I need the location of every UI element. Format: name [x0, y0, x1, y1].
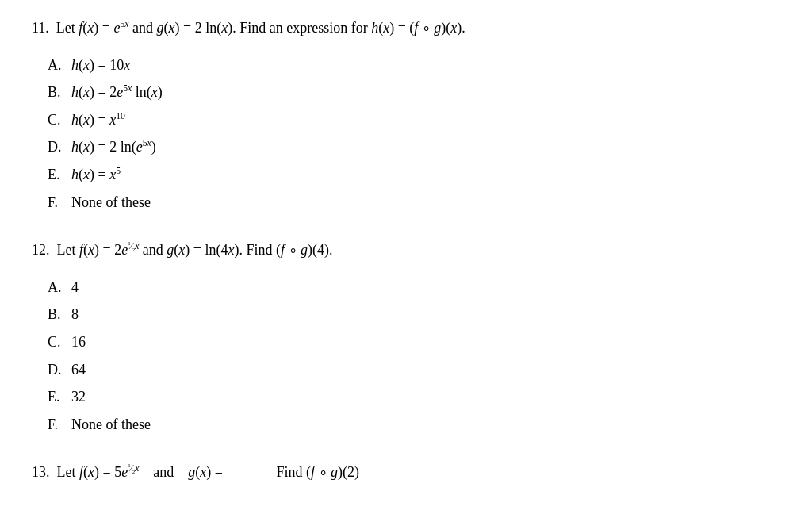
q12-answer-a: A. 4: [48, 275, 780, 300]
question-12: 12. Let f(x) = 2e1⁄2x and g(x) = ln(4x).…: [32, 238, 780, 436]
q12-answer-c: C. 16: [48, 330, 780, 355]
q11-answer-c: C. h(x) = x10: [48, 108, 780, 132]
page-content: 11. Let f(x) = e5x and g(x) = 2 ln(x). F…: [32, 16, 780, 485]
question-13-partial: 13. Let f(x) = 5e1⁄2x and g(x) = Find (f…: [32, 460, 780, 485]
q12-answer-e: E. 32: [48, 385, 780, 409]
question-13-number: 13.: [32, 464, 53, 480]
q11-answer-f: F. None of these: [48, 190, 780, 215]
q11-answer-d: D. h(x) = 2 ln(e5x): [48, 135, 780, 159]
q12-answer-f: F. None of these: [48, 412, 780, 437]
q12-answer-b: B. 8: [48, 302, 780, 327]
q12-answer-d: D. 64: [48, 358, 780, 382]
q11-answer-a: A. h(x) = 10x: [48, 53, 780, 78]
question-12-number: 12.: [32, 242, 53, 258]
q11-answer-e: E. h(x) = x5: [48, 163, 780, 187]
question-11-number: 11.: [32, 20, 52, 36]
question-11-prompt: 11. Let f(x) = e5x and g(x) = 2 ln(x). F…: [32, 16, 780, 40]
q11-answer-b: B. h(x) = 2e5x ln(x): [48, 80, 780, 105]
question-11-answers: A. h(x) = 10x B. h(x) = 2e5x ln(x) C. h(…: [32, 53, 780, 215]
question-12-prompt: 12. Let f(x) = 2e1⁄2x and g(x) = ln(4x).…: [32, 238, 780, 263]
question-12-answers: A. 4 B. 8 C. 16 D. 64 E. 32 F. None of t…: [32, 275, 780, 437]
question-11: 11. Let f(x) = e5x and g(x) = 2 ln(x). F…: [32, 16, 780, 214]
